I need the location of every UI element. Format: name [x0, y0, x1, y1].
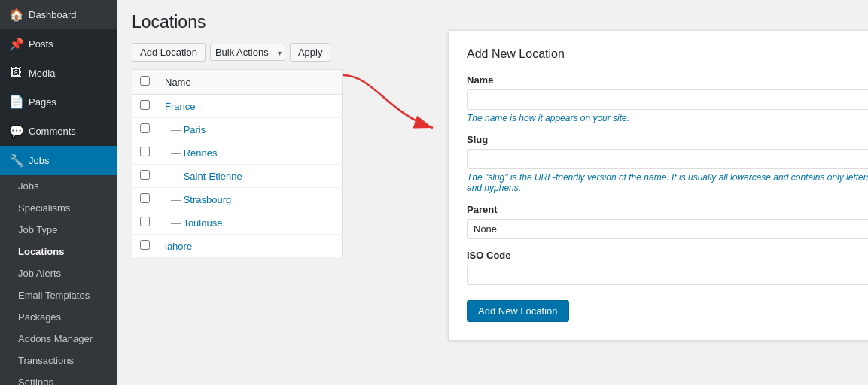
sidebar: 🏠 Dashboard 📌 Posts 🖼 Media 📄 Pages 💬 Co…	[0, 0, 117, 385]
row-checkbox[interactable]	[140, 240, 150, 250]
name-label: Name	[467, 74, 868, 86]
sidebar-item-label: Media	[29, 68, 55, 79]
name-column-header: Name	[157, 70, 343, 95]
select-all-checkbox[interactable]	[140, 76, 150, 86]
add-new-location-submit-button[interactable]: Add New Location	[467, 300, 569, 322]
sidebar-item-posts[interactable]: 📌 Posts	[0, 29, 117, 59]
slug-label: Slug	[467, 134, 868, 145]
sidebar-item-addons-manager[interactable]: Addons Manager	[0, 328, 117, 350]
sidebar-item-label: Comments	[29, 126, 76, 137]
sidebar-item-dashboard[interactable]: 🏠 Dashboard	[0, 0, 117, 29]
sidebar-item-job-type[interactable]: Job Type	[0, 219, 117, 241]
row-checkbox[interactable]	[140, 217, 150, 226]
parent-field-group: Parent None France	[467, 204, 868, 239]
row-checkbox[interactable]	[140, 147, 150, 156]
slug-field-group: Slug The "slug" is the URL-friendly vers…	[467, 134, 868, 193]
sidebar-item-jobs-sub[interactable]: Jobs	[0, 175, 117, 197]
iso-code-field-group: ISO Code	[467, 250, 868, 285]
slug-input[interactable]	[467, 149, 868, 169]
select-all-header	[132, 70, 158, 95]
iso-code-input[interactable]	[467, 265, 868, 285]
table-row: — Paris	[132, 118, 343, 141]
bulk-actions-wrapper: Bulk ActionsDelete	[210, 44, 285, 61]
dashboard-icon: 🏠	[9, 8, 23, 22]
comments-icon: 💬	[9, 124, 23, 138]
sidebar-submenu-jobs: Jobs Specialisms Job Type Locations Job …	[0, 175, 117, 385]
parent-select[interactable]: None France	[467, 219, 868, 239]
name-hint: The name is how it appears on your site.	[467, 113, 868, 123]
arrow-indicator	[327, 68, 448, 143]
sidebar-item-packages[interactable]: Packages	[0, 306, 117, 328]
content-area: Locations Add Location Bulk ActionsDelet…	[117, 0, 868, 385]
row-checkbox[interactable]	[140, 123, 150, 133]
sidebar-item-settings[interactable]: Settings	[0, 371, 117, 385]
location-link-rennes[interactable]: — Rennes	[165, 147, 217, 159]
sidebar-item-label: Pages	[29, 96, 56, 108]
bulk-actions-select[interactable]: Bulk ActionsDelete	[210, 44, 285, 61]
main-content: Locations Add Location Bulk ActionsDelet…	[117, 0, 868, 385]
location-link-lahore[interactable]: lahore	[165, 241, 192, 252]
sidebar-item-label: Jobs	[29, 155, 49, 166]
location-link-france[interactable]: France	[165, 101, 195, 112]
sidebar-item-specialisms[interactable]: Specialisms	[0, 197, 117, 219]
slug-hint: The "slug" is the URL-friendly version o…	[467, 172, 868, 193]
location-link-saint-etienne[interactable]: — Saint-Etienne	[165, 171, 242, 182]
panel-header: Add New Location ✕	[467, 46, 868, 62]
sidebar-item-jobs[interactable]: 🔧 Jobs	[0, 146, 117, 175]
pages-icon: 📄	[9, 95, 23, 109]
add-new-location-panel: Add New Location ✕ Name The name is how …	[448, 30, 868, 341]
sidebar-item-media[interactable]: 🖼 Media	[0, 59, 117, 87]
media-icon: 🖼	[9, 66, 23, 80]
table-row: — Strasbourg	[132, 188, 343, 211]
jobs-icon: 🔧	[9, 153, 23, 168]
iso-code-label: ISO Code	[467, 250, 868, 261]
table-row: lahore	[132, 235, 343, 258]
location-link-strasbourg[interactable]: — Strasbourg	[165, 194, 231, 205]
sidebar-item-label: Dashboard	[29, 9, 77, 20]
table-row: France	[132, 95, 343, 118]
name-input[interactable]	[467, 89, 868, 110]
panel-title: Add New Location	[467, 47, 565, 61]
parent-select-wrapper: None France	[467, 219, 868, 239]
posts-icon: 📌	[9, 37, 23, 51]
name-field-group: Name The name is how it appears on your …	[467, 74, 868, 123]
row-checkbox[interactable]	[140, 193, 150, 203]
table-row: — Rennes	[132, 141, 343, 165]
add-location-button[interactable]: Add Location	[132, 43, 206, 62]
sidebar-item-comments[interactable]: 💬 Comments	[0, 117, 117, 146]
location-link-toulouse[interactable]: — Toulouse	[165, 217, 222, 229]
sidebar-item-transactions[interactable]: Transactions	[0, 350, 117, 371]
table-row: — Saint-Etienne	[132, 165, 343, 188]
parent-label: Parent	[467, 204, 868, 215]
sidebar-item-email-templates[interactable]: Email Templates	[0, 284, 117, 306]
sidebar-item-pages[interactable]: 📄 Pages	[0, 87, 117, 117]
sidebar-item-job-alerts[interactable]: Job Alerts	[0, 262, 117, 284]
row-checkbox[interactable]	[140, 170, 150, 180]
sidebar-item-locations[interactable]: Locations	[0, 241, 117, 262]
page-title: Locations	[132, 12, 853, 32]
locations-table: Name France — Paris — Rennes —	[132, 69, 343, 258]
sidebar-item-label: Posts	[29, 38, 53, 50]
apply-button[interactable]: Apply	[290, 43, 331, 62]
row-checkbox[interactable]	[140, 100, 150, 110]
table-row: — Toulouse	[132, 211, 343, 235]
location-link-paris[interactable]: — Paris	[165, 124, 206, 135]
